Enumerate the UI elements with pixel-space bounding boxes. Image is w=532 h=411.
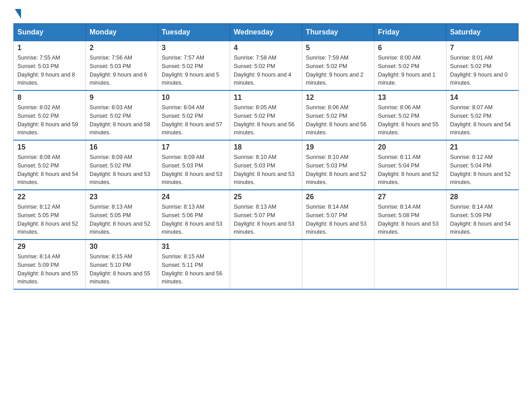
calendar-cell: 17Sunrise: 8:09 AMSunset: 5:03 PMDayligh… [158,140,230,190]
calendar-cell: 7Sunrise: 8:01 AMSunset: 5:02 PMDaylight… [446,41,519,91]
day-info: Sunrise: 8:02 AMSunset: 5:02 PMDaylight:… [17,103,82,137]
weekday-header-wednesday: Wednesday [230,24,302,41]
day-number: 9 [90,94,154,102]
day-number: 21 [450,143,515,151]
day-info: Sunrise: 8:15 AMSunset: 5:10 PMDaylight:… [90,253,154,286]
calendar-week-5: 29Sunrise: 8:14 AMSunset: 5:09 PMDayligh… [14,240,519,289]
day-info: Sunrise: 8:09 AMSunset: 5:02 PMDaylight:… [90,153,154,187]
calendar-cell [446,240,519,289]
day-number: 10 [162,94,226,102]
day-info: Sunrise: 8:08 AMSunset: 5:02 PMDaylight:… [17,153,82,187]
weekday-header-saturday: Saturday [446,24,519,41]
calendar-cell: 1Sunrise: 7:55 AMSunset: 5:03 PMDaylight… [14,41,86,91]
weekday-header-thursday: Thursday [302,24,374,41]
calendar-cell: 15Sunrise: 8:08 AMSunset: 5:02 PMDayligh… [14,140,86,190]
day-info: Sunrise: 8:10 AMSunset: 5:03 PMDaylight:… [234,153,298,187]
calendar-cell: 18Sunrise: 8:10 AMSunset: 5:03 PMDayligh… [230,140,302,190]
day-number: 26 [306,193,370,201]
day-info: Sunrise: 7:56 AMSunset: 5:03 PMDaylight:… [90,54,154,87]
calendar-table: SundayMondayTuesdayWednesdayThursdayFrid… [13,23,519,290]
day-number: 8 [17,94,82,102]
day-info: Sunrise: 8:13 AMSunset: 5:05 PMDaylight:… [90,203,154,236]
calendar-cell: 23Sunrise: 8:13 AMSunset: 5:05 PMDayligh… [86,190,158,240]
calendar-cell [374,240,446,289]
day-number: 31 [162,243,226,251]
day-info: Sunrise: 8:13 AMSunset: 5:07 PMDaylight:… [234,203,298,236]
day-info: Sunrise: 7:57 AMSunset: 5:02 PMDaylight:… [162,54,226,87]
calendar-header: SundayMondayTuesdayWednesdayThursdayFrid… [14,24,519,41]
day-number: 27 [378,193,442,201]
day-number: 5 [306,44,370,52]
logo [13,9,21,19]
calendar-cell: 31Sunrise: 8:15 AMSunset: 5:11 PMDayligh… [158,240,230,289]
day-number: 12 [306,94,370,102]
day-number: 22 [17,193,82,201]
calendar-week-1: 1Sunrise: 7:55 AMSunset: 5:03 PMDaylight… [14,41,519,91]
calendar-cell: 8Sunrise: 8:02 AMSunset: 5:02 PMDaylight… [14,90,86,140]
day-info: Sunrise: 8:06 AMSunset: 5:02 PMDaylight:… [306,103,370,137]
calendar-cell: 30Sunrise: 8:15 AMSunset: 5:10 PMDayligh… [86,240,158,289]
day-info: Sunrise: 8:14 AMSunset: 5:07 PMDaylight:… [306,203,370,236]
day-number: 1 [17,44,82,52]
calendar-cell: 9Sunrise: 8:03 AMSunset: 5:02 PMDaylight… [86,90,158,140]
day-info: Sunrise: 8:11 AMSunset: 5:04 PMDaylight:… [378,153,442,187]
calendar-week-3: 15Sunrise: 8:08 AMSunset: 5:02 PMDayligh… [14,140,519,190]
page-header [13,9,519,19]
calendar-cell: 2Sunrise: 7:56 AMSunset: 5:03 PMDaylight… [86,41,158,91]
day-info: Sunrise: 8:14 AMSunset: 5:09 PMDaylight:… [17,253,82,286]
calendar-cell: 4Sunrise: 7:58 AMSunset: 5:02 PMDaylight… [230,41,302,91]
weekday-header-monday: Monday [86,24,158,41]
day-number: 4 [234,44,298,52]
calendar-cell: 3Sunrise: 7:57 AMSunset: 5:02 PMDaylight… [158,41,230,91]
weekday-header-sunday: Sunday [14,24,86,41]
weekday-header-tuesday: Tuesday [158,24,230,41]
day-number: 18 [234,143,298,151]
day-number: 2 [90,44,154,52]
day-number: 28 [450,193,515,201]
logo-triangle-icon [15,9,21,19]
day-info: Sunrise: 8:00 AMSunset: 5:02 PMDaylight:… [378,54,442,87]
day-info: Sunrise: 7:58 AMSunset: 5:02 PMDaylight:… [234,54,298,87]
calendar-cell: 25Sunrise: 8:13 AMSunset: 5:07 PMDayligh… [230,190,302,240]
weekday-header-friday: Friday [374,24,446,41]
calendar-cell: 6Sunrise: 8:00 AMSunset: 5:02 PMDaylight… [374,41,446,91]
day-number: 25 [234,193,298,201]
day-number: 29 [17,243,82,251]
day-number: 11 [234,94,298,102]
calendar-cell: 29Sunrise: 8:14 AMSunset: 5:09 PMDayligh… [14,240,86,289]
day-number: 7 [450,44,515,52]
day-info: Sunrise: 8:06 AMSunset: 5:02 PMDaylight:… [378,103,442,137]
calendar-week-2: 8Sunrise: 8:02 AMSunset: 5:02 PMDaylight… [14,90,519,140]
day-number: 3 [162,44,226,52]
day-info: Sunrise: 8:10 AMSunset: 5:03 PMDaylight:… [306,153,370,187]
day-info: Sunrise: 8:03 AMSunset: 5:02 PMDaylight:… [90,103,154,137]
calendar-cell [302,240,374,289]
calendar-cell: 27Sunrise: 8:14 AMSunset: 5:08 PMDayligh… [374,190,446,240]
day-info: Sunrise: 8:09 AMSunset: 5:03 PMDaylight:… [162,153,226,187]
day-number: 15 [17,143,82,151]
day-info: Sunrise: 8:12 AMSunset: 5:05 PMDaylight:… [17,203,82,236]
day-info: Sunrise: 8:14 AMSunset: 5:09 PMDaylight:… [450,203,515,236]
day-info: Sunrise: 8:14 AMSunset: 5:08 PMDaylight:… [378,203,442,236]
day-info: Sunrise: 8:04 AMSunset: 5:02 PMDaylight:… [162,103,226,137]
day-info: Sunrise: 8:05 AMSunset: 5:02 PMDaylight:… [234,103,298,137]
calendar-cell: 14Sunrise: 8:07 AMSunset: 5:02 PMDayligh… [446,90,519,140]
calendar-cell [230,240,302,289]
calendar-cell: 10Sunrise: 8:04 AMSunset: 5:02 PMDayligh… [158,90,230,140]
day-info: Sunrise: 7:55 AMSunset: 5:03 PMDaylight:… [17,54,82,87]
calendar-cell: 21Sunrise: 8:12 AMSunset: 5:04 PMDayligh… [446,140,519,190]
day-number: 17 [162,143,226,151]
calendar-cell: 24Sunrise: 8:13 AMSunset: 5:06 PMDayligh… [158,190,230,240]
day-number: 14 [450,94,515,102]
calendar-cell: 16Sunrise: 8:09 AMSunset: 5:02 PMDayligh… [86,140,158,190]
day-number: 20 [378,143,442,151]
day-number: 6 [378,44,442,52]
calendar-cell: 19Sunrise: 8:10 AMSunset: 5:03 PMDayligh… [302,140,374,190]
calendar-week-4: 22Sunrise: 8:12 AMSunset: 5:05 PMDayligh… [14,190,519,240]
calendar-cell: 26Sunrise: 8:14 AMSunset: 5:07 PMDayligh… [302,190,374,240]
calendar-cell: 12Sunrise: 8:06 AMSunset: 5:02 PMDayligh… [302,90,374,140]
day-number: 16 [90,143,154,151]
day-info: Sunrise: 8:01 AMSunset: 5:02 PMDaylight:… [450,54,515,87]
day-number: 24 [162,193,226,201]
day-number: 19 [306,143,370,151]
